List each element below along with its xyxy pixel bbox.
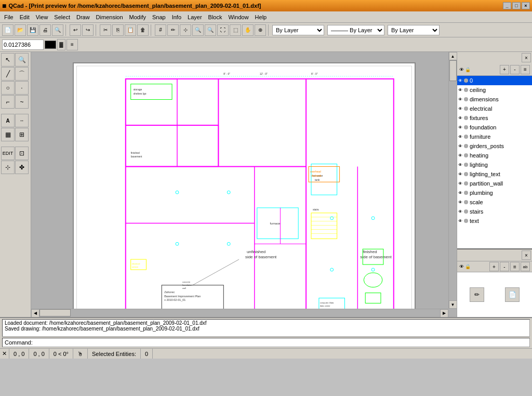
line-type-select[interactable]: ——— By Layer [327,25,384,35]
vscroll[interactable]: ▲ ▼ [448,52,457,309]
layer-ceiling[interactable]: 👁 ceiling [457,85,532,95]
titlebar-controls[interactable]: _ □ × [503,2,530,9]
text-tool[interactable]: A [1,114,15,127]
br-add-button[interactable]: + [489,262,499,271]
menu-snap[interactable]: Snap [149,13,169,21]
linetype-button[interactable]: ≡ [66,39,78,50]
select-tool[interactable]: ↖ [1,53,15,67]
print-button[interactable]: 🖨 [39,24,51,36]
line-tool[interactable]: ╱ [1,67,15,81]
undo-button[interactable]: ↩ [70,24,81,36]
scroll-right-button[interactable]: ▶ [440,309,448,318]
delete-button[interactable]: 🗑 [137,24,149,36]
edit-btn[interactable]: EDIT [1,147,15,160]
layer-foundation[interactable]: 👁 foundation [457,123,532,132]
hscroll-thumb[interactable] [39,309,71,316]
zoom-window[interactable]: ⬚ [230,24,241,36]
layer-furniture[interactable]: 👁 furniture [457,132,532,141]
command-bar[interactable]: Command: [2,338,530,347]
zoom-in[interactable]: 🔍 [192,24,204,36]
br-panel-close-button[interactable]: × [522,250,531,260]
hatch-tool[interactable]: ▦ [1,128,15,141]
menu-view[interactable]: View [33,13,51,21]
cut-button[interactable]: ✂ [100,24,111,36]
br-remove-button[interactable]: - [500,262,509,271]
command-input[interactable] [35,339,527,346]
scroll-left-button[interactable]: ◀ [31,309,39,318]
menu-info[interactable]: Info [169,13,184,21]
layer-plumbing[interactable]: 👁 plumbing [457,188,532,197]
open-button[interactable]: 📂 [15,24,26,36]
panel-close-button[interactable]: × [522,53,531,62]
zoom-tool[interactable]: 🔍 [15,53,29,67]
add-layer-button[interactable]: + [500,65,509,74]
menu-layer[interactable]: Layer [184,13,205,21]
layer-lighting-text[interactable]: 👁 lighting_text [457,169,532,179]
menu-file[interactable]: File [1,13,17,21]
menu-window[interactable]: Window [225,13,251,21]
layer-fixtures[interactable]: 👁 fixtures [457,113,532,123]
layer-scale[interactable]: 👁 scale [457,197,532,207]
print-preview-button[interactable]: 🔍 [52,24,63,36]
status-close-button[interactable]: ✕ [0,349,9,359]
vscroll-track[interactable] [449,60,457,300]
prop-btn[interactable]: ⊡ [15,147,29,160]
menu-block[interactable]: Block [205,13,225,21]
draw-select[interactable]: ⊹ [180,24,191,36]
snap-icon[interactable]: ⊕ [255,24,266,36]
menu-dimension[interactable]: Dimension [93,13,126,21]
new-button[interactable]: 📄 [2,24,14,36]
copy-button[interactable]: ⎘ [112,24,124,36]
vscroll-thumb[interactable] [449,60,457,81]
line-width-select[interactable]: By Layer [388,25,440,35]
br-settings-button[interactable]: ≡ [510,262,520,271]
canvas-area[interactable]: storage shelves lgo finished basement fu… [31,52,457,317]
snap-free-btn[interactable]: ✤ [15,161,29,174]
layer-partition-wall[interactable]: 👁 partition_wall [457,179,532,188]
arc-tool[interactable]: ⌒ [15,67,29,81]
zoom-fit[interactable]: ⛶ [217,24,229,36]
scroll-up-button[interactable]: ▲ [449,52,457,60]
layer-text[interactable]: 👁 text [457,216,532,226]
hscroll-track[interactable] [39,309,440,317]
layer-lighting[interactable]: 👁 lighting [457,160,532,169]
minimize-button[interactable]: _ [503,2,511,9]
layers-list[interactable]: 👁 0 👁 ceiling 👁 dimensions 👁 [457,76,532,248]
layer-girders-posts[interactable]: 👁 girders_posts [457,141,532,151]
maximize-button[interactable]: □ [512,2,521,9]
layer-stairs[interactable]: 👁 stairs [457,207,532,216]
spline-tool[interactable]: ~ [15,95,29,109]
circle-tool[interactable]: ○ [1,81,15,95]
layer-settings-button[interactable]: ≡ [521,65,530,74]
insert-block-tool[interactable]: ⊞ [15,128,29,141]
color-picker-button[interactable]: ▓ [57,39,65,50]
layer-heating[interactable]: 👁 heating [457,151,532,160]
snap-select-btn[interactable]: ⊹ [1,161,15,174]
coord-input[interactable] [2,39,44,50]
dimension-tool[interactable]: ↔ [15,114,29,127]
menu-edit[interactable]: Edit [17,13,33,21]
redo-button[interactable]: ↪ [82,24,94,36]
grid-toggle[interactable]: # [155,24,166,36]
br-document-button[interactable]: 📄 [505,287,520,302]
br-text-button[interactable]: ab [521,262,530,271]
layer-electrical[interactable]: 👁 electrical [457,104,532,113]
hscroll[interactable]: ◀ ▶ [31,309,448,317]
color-swatch[interactable] [45,41,56,49]
pan[interactable]: ✋ [242,24,254,36]
polyline-tool[interactable]: ⌐ [1,95,15,109]
layer-0[interactable]: 👁 0 [457,76,532,85]
remove-layer-button[interactable]: - [510,65,520,74]
menu-draw[interactable]: Draw [73,13,93,21]
close-button[interactable]: × [522,2,530,9]
menu-help[interactable]: Help [252,13,270,21]
br-pencil-button[interactable]: ✏ [470,287,484,302]
drawing-canvas[interactable]: storage shelves lgo finished basement fu… [73,62,416,317]
zoom-out[interactable]: 🔍 [205,24,216,36]
paste-button[interactable]: 📋 [125,24,136,36]
save-button[interactable]: 💾 [27,24,38,36]
menu-modify[interactable]: Modify [126,13,149,21]
layer-dimensions[interactable]: 👁 dimensions [457,95,532,104]
scroll-down-button[interactable]: ▼ [449,300,457,309]
menu-select[interactable]: Select [51,13,73,21]
